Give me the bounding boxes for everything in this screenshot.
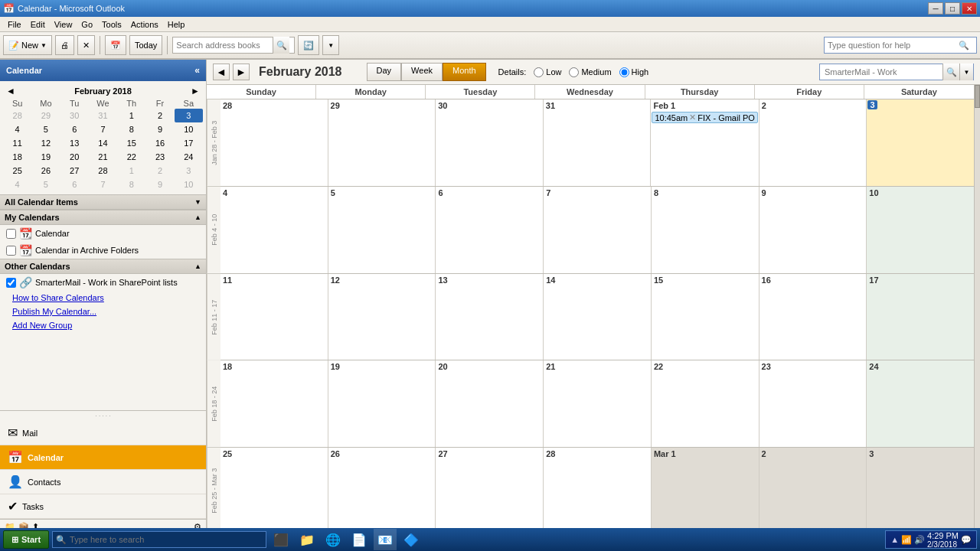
calendar-day-cell[interactable]: 30 bbox=[436, 99, 544, 186]
mini-cal-day[interactable]: 4 bbox=[3, 122, 31, 136]
nav-item-calendar[interactable]: 📅Calendar bbox=[0, 445, 206, 470]
detail-low-radio[interactable] bbox=[534, 67, 544, 77]
next-month-nav-button[interactable]: ► bbox=[233, 64, 250, 80]
calendar-day-cell[interactable]: 2 bbox=[760, 448, 867, 534]
all-calendar-items-section[interactable]: All Calendar Items ▼ bbox=[0, 194, 206, 210]
print-button[interactable]: 🖨 bbox=[55, 35, 74, 55]
mini-cal-day[interactable]: 18 bbox=[3, 150, 31, 164]
nav-item-tasks[interactable]: ✔Tasks bbox=[0, 494, 206, 519]
today-button[interactable]: Today bbox=[129, 35, 162, 55]
vertical-scrollbar[interactable] bbox=[974, 85, 980, 534]
calendar-day-cell[interactable]: 6 bbox=[436, 187, 544, 273]
address-search-button[interactable]: 🔍 bbox=[273, 37, 289, 54]
calendar-day-cell[interactable]: 8 bbox=[652, 187, 760, 273]
notification-icon[interactable]: 💬 bbox=[961, 535, 972, 545]
mini-cal-day[interactable]: 4 bbox=[3, 178, 31, 191]
calendar-day-cell[interactable]: 15 bbox=[652, 274, 760, 360]
calendar-day-cell[interactable]: 16 bbox=[760, 274, 867, 360]
nav-item-contacts[interactable]: 👤Contacts bbox=[0, 470, 206, 494]
calendar-day-cell[interactable]: 12 bbox=[328, 274, 436, 360]
mini-cal-day[interactable]: 21 bbox=[89, 150, 117, 164]
calendar-day-cell[interactable]: 25 bbox=[220, 448, 328, 534]
mini-cal-day[interactable]: 28 bbox=[3, 109, 31, 122]
mini-cal-day[interactable]: 3 bbox=[175, 164, 203, 178]
calendar-event[interactable]: 10:45am ✕ FIX - Gmail PO bbox=[652, 112, 757, 123]
tray-network-icon[interactable]: 📶 bbox=[901, 535, 912, 545]
mini-cal-day[interactable]: 7 bbox=[89, 178, 117, 191]
my-calendar-item[interactable]: 📆Calendar in Archive Folders bbox=[0, 242, 206, 259]
menu-item-file[interactable]: File bbox=[3, 18, 26, 31]
delete-button[interactable]: ✕ bbox=[77, 35, 95, 55]
mini-cal-day[interactable]: 20 bbox=[60, 150, 89, 164]
mini-cal-day[interactable]: 1 bbox=[117, 109, 145, 122]
calendar-day-cell[interactable]: 10 bbox=[867, 187, 974, 273]
refresh-button[interactable]: 🔄 bbox=[298, 35, 319, 55]
event-close-icon[interactable]: ✕ bbox=[689, 112, 696, 122]
calendar-day-cell[interactable]: 20 bbox=[436, 360, 544, 447]
mini-cal-day[interactable]: 25 bbox=[3, 164, 31, 178]
calendar-day-cell[interactable]: 28 bbox=[544, 448, 652, 534]
mini-cal-day[interactable]: 23 bbox=[145, 150, 174, 164]
sidebar-collapse-button[interactable]: « bbox=[194, 65, 200, 76]
mini-cal-day[interactable]: 5 bbox=[31, 178, 60, 191]
calendar-day-cell[interactable]: 2 bbox=[760, 99, 867, 186]
app6-button[interactable]: 🔷 bbox=[400, 529, 423, 550]
other-calendar-checkbox[interactable] bbox=[6, 278, 16, 288]
calendar-day-cell[interactable]: 11 bbox=[220, 274, 328, 360]
calendar-day-cell[interactable]: 26 bbox=[328, 448, 436, 534]
calendar-day-cell[interactable]: 3 bbox=[867, 448, 974, 534]
mini-cal-day[interactable]: 15 bbox=[117, 136, 145, 150]
my-calendar-checkbox[interactable] bbox=[6, 229, 16, 239]
calendar-day-cell[interactable]: Mar 1 bbox=[652, 448, 760, 534]
calendar-day-cell[interactable]: 14 bbox=[544, 274, 652, 360]
minimize-button[interactable]: ─ bbox=[928, 2, 943, 15]
week-view-button[interactable]: Week bbox=[401, 63, 443, 81]
address-search-input[interactable] bbox=[173, 39, 273, 51]
other-calendar-item[interactable]: 🔗SmarterMail - Work in SharePoint lists bbox=[0, 274, 206, 291]
detail-medium-radio[interactable] bbox=[569, 67, 579, 77]
close-button[interactable]: ✕ bbox=[962, 2, 977, 15]
mini-cal-day[interactable]: 9 bbox=[145, 178, 174, 191]
mini-cal-day[interactable]: 13 bbox=[60, 136, 89, 150]
month-view-button[interactable]: Month bbox=[443, 63, 486, 81]
calendar-search-dropdown[interactable]: ▼ bbox=[959, 64, 973, 80]
calendar-day-cell[interactable]: 17 bbox=[867, 274, 974, 360]
more-options-button[interactable]: ▼ bbox=[322, 35, 339, 55]
taskbar-search-input[interactable] bbox=[70, 535, 263, 544]
mini-cal-day[interactable]: 1 bbox=[117, 164, 145, 178]
calendar-day-cell[interactable]: 9 bbox=[760, 187, 867, 273]
mini-cal-day[interactable]: 19 bbox=[31, 150, 60, 164]
calendar-day-cell[interactable]: 22 bbox=[652, 360, 760, 447]
other-calendars-section[interactable]: Other Calendars ▲ bbox=[0, 259, 206, 274]
my-calendars-section[interactable]: My Calendars ▲ bbox=[0, 210, 206, 225]
mini-cal-day[interactable]: 10 bbox=[175, 122, 203, 136]
sidebar-link[interactable]: How to Share Calendars bbox=[0, 291, 206, 305]
mini-cal-day[interactable]: 17 bbox=[175, 136, 203, 150]
mini-cal-day[interactable]: 24 bbox=[175, 150, 203, 164]
menu-item-tools[interactable]: Tools bbox=[97, 18, 126, 31]
calendar-day-cell[interactable]: 31 bbox=[544, 99, 652, 186]
menu-item-edit[interactable]: Edit bbox=[26, 18, 50, 31]
sidebar-link[interactable]: Publish My Calendar... bbox=[0, 305, 206, 318]
detail-high-radio[interactable] bbox=[619, 67, 629, 77]
sidebar-link[interactable]: Add New Group bbox=[0, 318, 206, 332]
calendar-day-cell[interactable]: 24 bbox=[867, 360, 974, 447]
word-button[interactable]: 📄 bbox=[348, 529, 371, 550]
mini-cal-day[interactable]: 2 bbox=[145, 164, 174, 178]
outlook-button[interactable]: 📧 bbox=[374, 529, 397, 550]
mini-cal-day[interactable]: 12 bbox=[31, 136, 60, 150]
menu-item-go[interactable]: Go bbox=[77, 18, 97, 31]
calendar-day-cell[interactable]: 13 bbox=[436, 274, 544, 360]
mini-cal-day[interactable]: 26 bbox=[31, 164, 60, 178]
prev-month-nav-button[interactable]: ◄ bbox=[213, 64, 230, 80]
mini-cal-day[interactable]: 11 bbox=[3, 136, 31, 150]
calendar-day-cell[interactable]: 19 bbox=[328, 360, 436, 447]
mini-cal-day[interactable]: 9 bbox=[145, 122, 174, 136]
calendar-day-cell[interactable]: 18 bbox=[220, 360, 328, 447]
menu-item-view[interactable]: View bbox=[50, 18, 77, 31]
mini-cal-day[interactable]: 8 bbox=[117, 178, 145, 191]
mini-cal-day[interactable]: 31 bbox=[89, 109, 117, 122]
menu-item-help[interactable]: Help bbox=[163, 18, 190, 31]
mini-cal-day[interactable]: 8 bbox=[117, 122, 145, 136]
my-calendar-item[interactable]: 📆Calendar bbox=[0, 225, 206, 242]
